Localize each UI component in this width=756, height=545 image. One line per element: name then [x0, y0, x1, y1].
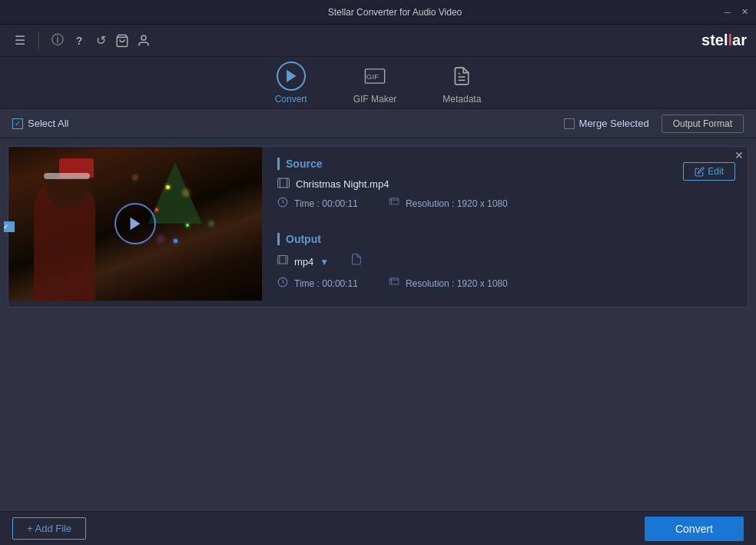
source-meta-row: Time : 00:00:11 Resolution : 1920 x 1080: [277, 197, 732, 210]
play-button[interactable]: [114, 203, 156, 244]
source-file-name: Christmas Night.mp4: [296, 178, 389, 190]
info-icon[interactable]: ⓘ: [47, 30, 68, 52]
file-card-checkbox-area: ✓: [4, 221, 15, 232]
convert-button[interactable]: Convert: [645, 517, 744, 541]
file-name-row: Christmas Night.mp4: [277, 178, 732, 191]
window-title: Stellar Converter for Audio Video: [68, 7, 722, 18]
output-format-button[interactable]: Output Format: [662, 115, 744, 133]
select-all-checkbox[interactable]: [12, 118, 23, 129]
file-checkbox[interactable]: ✓: [4, 221, 15, 232]
format-dropdown-arrow[interactable]: ▼: [320, 257, 329, 268]
file-card: ✓: [8, 146, 748, 307]
source-time: Time : 00:00:11: [277, 197, 358, 210]
tab-convert[interactable]: Convert: [275, 61, 307, 105]
output-label: Output: [277, 233, 732, 245]
output-meta-row: Time : 00:00:11 Resolution : 1920 x 1080: [277, 277, 732, 290]
tab-bar: Convert GIF GIF Maker Metadata: [0, 57, 756, 109]
output-file-icon: [277, 255, 288, 268]
select-all-control[interactable]: Select All: [12, 118, 68, 129]
merge-selected-control[interactable]: Merge Selected: [564, 118, 649, 129]
source-label: Source: [277, 158, 732, 170]
output-format-row: mp4 ▼: [277, 253, 732, 271]
info-panel: Source Christmas Night.mp4: [262, 147, 748, 307]
menu-icon[interactable]: ☰: [9, 30, 31, 52]
convert-tab-icon: [277, 61, 306, 91]
toolbar: Select All Merge Selected Output Format: [0, 109, 756, 138]
output-time-value: Time : 00:00:11: [294, 278, 358, 289]
add-file-button[interactable]: + Add File: [12, 517, 86, 540]
new-file-icon[interactable]: [350, 253, 363, 271]
svg-text:GIF: GIF: [366, 71, 379, 80]
edit-button[interactable]: Edit: [683, 162, 735, 181]
svg-rect-12: [390, 198, 399, 204]
output-time: Time : 00:00:11: [277, 277, 358, 290]
metadata-tab-icon: [447, 61, 476, 91]
output-resolution-value: Resolution : 1920 x 1080: [406, 278, 508, 289]
gif-tab-label: GIF Maker: [353, 94, 397, 105]
tab-gif-maker[interactable]: GIF GIF Maker: [353, 61, 397, 105]
tab-metadata[interactable]: Metadata: [443, 61, 481, 105]
close-button[interactable]: ✕: [739, 7, 750, 18]
output-resolution-icon: [389, 277, 400, 290]
svg-marker-2: [287, 71, 295, 81]
merge-checkbox[interactable]: [564, 118, 575, 129]
nav-divider: [38, 32, 39, 50]
output-format-value: mp4: [294, 256, 313, 268]
title-bar: Stellar Converter for Audio Video ─ ✕: [0, 0, 756, 25]
resolution-icon: [389, 197, 400, 210]
select-all-label: Select All: [28, 118, 68, 129]
svg-marker-7: [131, 218, 141, 231]
merge-selected-label: Merge Selected: [579, 118, 649, 129]
app-logo: stellar: [701, 32, 747, 49]
close-card-button[interactable]: ✕: [731, 147, 748, 164]
source-time-value: Time : 00:00:11: [294, 198, 358, 209]
window-controls: ─ ✕: [722, 7, 750, 18]
output-clock-icon: [277, 277, 288, 290]
refresh-icon[interactable]: ↺: [90, 30, 111, 52]
output-resolution: Resolution : 1920 x 1080: [389, 277, 508, 290]
svg-rect-19: [390, 278, 399, 284]
convert-tab-label: Convert: [275, 94, 307, 105]
cart-icon[interactable]: [111, 30, 133, 52]
gif-tab-icon: GIF: [360, 61, 390, 91]
main-content: ✓: [0, 138, 756, 511]
metadata-tab-label: Metadata: [443, 94, 481, 105]
bottom-bar: + Add File Convert: [0, 511, 756, 545]
source-resolution-value: Resolution : 1920 x 1080: [406, 198, 508, 209]
thumbnail: [8, 147, 262, 301]
minimize-button[interactable]: ─: [722, 7, 733, 18]
edit-button-label: Edit: [708, 166, 724, 177]
svg-point-1: [141, 35, 146, 40]
file-frame-icon: [277, 178, 290, 191]
help-icon[interactable]: ?: [68, 30, 90, 52]
clock-icon: [277, 197, 288, 210]
empty-area: [8, 307, 748, 511]
source-resolution: Resolution : 1920 x 1080: [389, 197, 508, 210]
nav-bar: ☰ ⓘ ? ↺ stellar: [0, 25, 756, 57]
user-icon[interactable]: [133, 30, 154, 52]
